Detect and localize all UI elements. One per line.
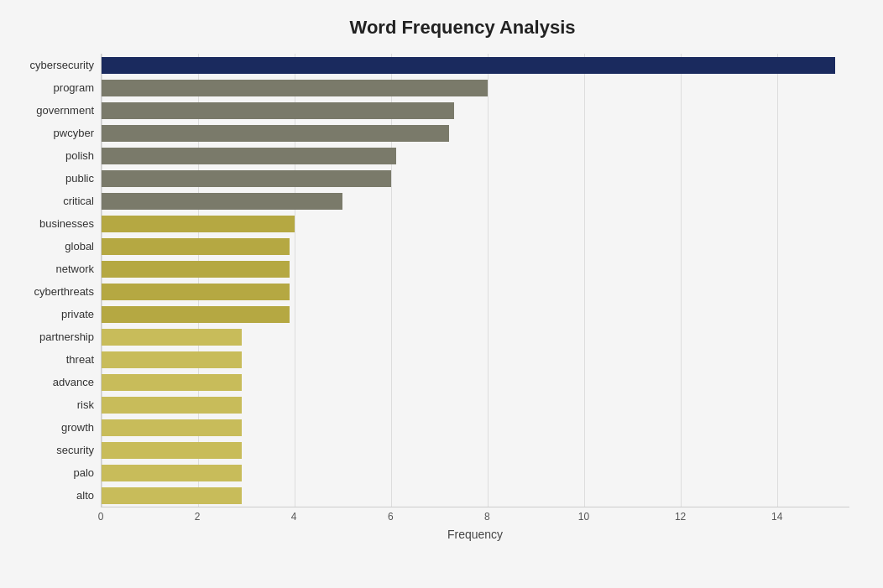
- bar: [102, 216, 295, 232]
- y-label: private: [61, 303, 101, 325]
- bar: [102, 306, 290, 323]
- bar-row: [102, 461, 849, 484]
- x-tick-label: 12: [675, 511, 686, 523]
- bar: [102, 487, 242, 504]
- x-tick-label: 8: [484, 511, 490, 523]
- bar: [102, 148, 396, 164]
- x-tick-label: 2: [195, 511, 201, 523]
- bars-area: [101, 54, 849, 507]
- bar: [102, 170, 391, 187]
- bar: [102, 442, 242, 459]
- y-label: alto: [76, 484, 101, 507]
- bar-row: [102, 348, 849, 371]
- bar: [102, 374, 242, 391]
- y-label: palo: [73, 461, 101, 484]
- y-label: advance: [53, 371, 101, 393]
- bar-row: [102, 484, 849, 507]
- y-label: growth: [61, 416, 101, 439]
- y-label: cyberthreats: [34, 280, 101, 303]
- y-label: network: [55, 258, 101, 280]
- bar: [102, 102, 454, 119]
- chart-container: Word Frequency Analysis cybersecuritypro…: [0, 0, 883, 588]
- bar: [102, 419, 242, 436]
- y-label: program: [54, 76, 101, 99]
- y-label: threat: [66, 348, 101, 371]
- bar: [102, 80, 488, 96]
- bar: [102, 329, 242, 346]
- bar-row: [102, 122, 849, 144]
- y-label: pwcyber: [54, 122, 101, 144]
- bar: [102, 351, 242, 368]
- bar-row: [102, 212, 849, 235]
- x-axis: 02468101214 Frequency: [101, 507, 849, 541]
- y-label: global: [65, 235, 101, 258]
- bar-row: [102, 54, 849, 76]
- chart-area: cybersecurityprogramgovernmentpwcyberpol…: [8, 54, 849, 524]
- bar: [102, 125, 449, 142]
- x-tick-label: 14: [771, 511, 782, 523]
- y-labels: cybersecurityprogramgovernmentpwcyberpol…: [8, 54, 101, 524]
- bar-row: [102, 280, 849, 303]
- bar: [102, 193, 342, 210]
- bar: [102, 397, 242, 414]
- x-tick-label: 10: [578, 511, 589, 523]
- bar-row: [102, 144, 849, 167]
- y-label: critical: [63, 190, 101, 212]
- bar-row: [102, 325, 849, 348]
- x-tick-label: 4: [291, 511, 297, 523]
- bar-row: [102, 416, 849, 439]
- bar-row: [102, 99, 849, 122]
- bar: [102, 284, 290, 300]
- bar-row: [102, 258, 849, 280]
- y-label: polish: [65, 144, 101, 167]
- bar-row: [102, 235, 849, 258]
- bar-row: [102, 371, 849, 393]
- y-label: public: [65, 167, 101, 190]
- chart-title: Word Frequency Analysis: [8, 17, 849, 39]
- x-tick-label: 0: [98, 511, 104, 523]
- bar-row: [102, 439, 849, 461]
- bar: [102, 261, 290, 278]
- bar-row: [102, 76, 849, 99]
- y-label: cybersecurity: [29, 54, 101, 76]
- y-label: businesses: [39, 212, 101, 235]
- x-axis-label: Frequency: [101, 528, 849, 541]
- y-label: government: [36, 99, 101, 122]
- bar: [102, 465, 242, 481]
- bar-row: [102, 393, 849, 416]
- bar: [102, 238, 290, 255]
- bar: [102, 57, 835, 74]
- y-label: risk: [77, 393, 101, 416]
- bar-row: [102, 190, 849, 212]
- bar-row: [102, 303, 849, 325]
- y-label: partnership: [39, 325, 101, 348]
- bar-row: [102, 167, 849, 190]
- x-tick-label: 6: [388, 511, 394, 523]
- bars-and-x: 02468101214 Frequency: [101, 54, 849, 524]
- y-label: security: [56, 439, 101, 461]
